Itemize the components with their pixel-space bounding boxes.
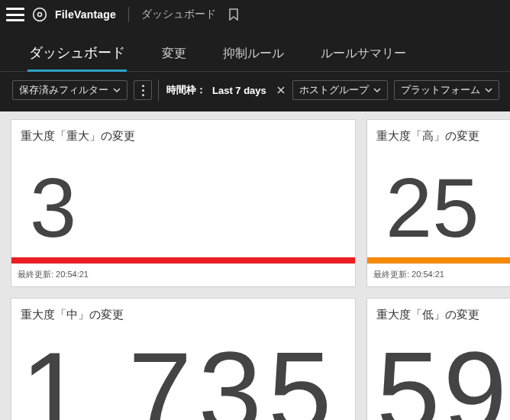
card-title: 重大度「低」の変更 xyxy=(367,299,510,327)
chevron-down-icon xyxy=(373,86,381,94)
card-title: 重大度「中」の変更 xyxy=(11,299,355,327)
card-severity-medium[interactable]: 重大度「中」の変更 1,735 xyxy=(11,298,356,420)
platform-label: プラットフォーム xyxy=(401,83,480,97)
more-vertical-icon xyxy=(142,85,144,96)
card-title: 重大度「高」の変更 xyxy=(367,120,510,148)
card-value: 25 xyxy=(386,166,479,250)
card-footer: 最終更新: 20:54:21 xyxy=(11,263,355,286)
clear-timeframe-button[interactable] xyxy=(276,85,286,95)
separator xyxy=(128,7,129,22)
breadcrumb[interactable]: ダッシュボード xyxy=(141,8,216,21)
card-severity-high[interactable]: 重大度「高」の変更 25 最終更新: 20:54:21 xyxy=(366,119,510,287)
chevron-down-icon xyxy=(485,86,492,94)
card-value: 1,735 xyxy=(21,335,337,420)
tabs: ダッシュボード 変更 抑制ルール ルールサマリー xyxy=(0,29,510,72)
card-severity-critical[interactable]: 重大度「重大」の変更 3 最終更新: 20:54:21 xyxy=(11,119,356,287)
dashboard-grid: 重大度「重大」の変更 3 最終更新: 20:54:21 重大度「高」の変更 25… xyxy=(0,111,510,420)
bookmark-icon[interactable] xyxy=(228,8,239,21)
severity-bar xyxy=(367,257,510,263)
svg-point-0 xyxy=(38,13,42,17)
timeframe-value[interactable]: Last 7 days xyxy=(212,85,266,96)
card-title: 重大度「重大」の変更 xyxy=(11,120,355,148)
filter-bar: 保存済みフィルター 時間枠： Last 7 days ホストグループ プラットフ… xyxy=(0,72,510,111)
tab-suppression-rules[interactable]: 抑制ルール xyxy=(223,46,284,71)
separator xyxy=(158,79,159,101)
saved-filters-dropdown[interactable]: 保存済みフィルター xyxy=(12,80,128,100)
card-value: 3 xyxy=(30,166,76,250)
card-severity-low[interactable]: 重大度「低」の変更 590 xyxy=(366,298,510,420)
card-footer: 最終更新: 20:54:21 xyxy=(367,263,510,286)
tab-dashboard[interactable]: ダッシュボード xyxy=(29,44,125,71)
hostgroup-label: ホストグループ xyxy=(299,83,369,97)
saved-filters-label: 保存済みフィルター xyxy=(19,83,108,97)
platform-dropdown[interactable]: プラットフォーム xyxy=(394,80,499,100)
menu-icon[interactable] xyxy=(6,7,24,22)
card-value: 590 xyxy=(376,335,510,420)
tab-changes[interactable]: 変更 xyxy=(162,46,186,71)
timeframe-label: 時間枠： xyxy=(166,83,206,97)
tab-rule-summary[interactable]: ルールサマリー xyxy=(321,46,406,71)
chevron-down-icon xyxy=(113,86,121,94)
brand-logo-icon xyxy=(32,7,47,22)
severity-bar xyxy=(11,257,355,263)
more-actions-button[interactable] xyxy=(134,80,152,100)
brand-name: FileVantage xyxy=(55,8,116,21)
hostgroup-dropdown[interactable]: ホストグループ xyxy=(292,80,388,100)
